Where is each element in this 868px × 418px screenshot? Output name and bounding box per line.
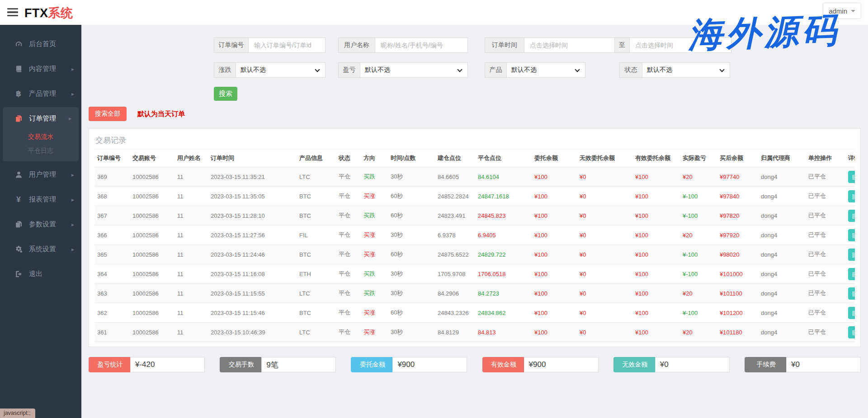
params-icon bbox=[14, 221, 24, 228]
time-to-input[interactable] bbox=[630, 38, 731, 53]
cell-open-point: 1705.9708 bbox=[435, 264, 475, 284]
cell-direction: 买跌 bbox=[361, 284, 388, 303]
list-icon: ▤ bbox=[852, 329, 855, 336]
cell-entrust-balance: ¥100 bbox=[532, 264, 577, 284]
cell-status: 平仓 bbox=[336, 284, 361, 303]
sidebar-item-logout[interactable]: 退出 bbox=[0, 262, 81, 286]
header: FTX系统 admin bbox=[0, 0, 868, 25]
detail-button[interactable]: ▤ bbox=[848, 190, 855, 202]
product-select-value: 默认不选 bbox=[511, 66, 537, 74]
search-all-button[interactable]: 搜索全部 bbox=[89, 107, 127, 121]
user-menu-button[interactable]: admin bbox=[823, 3, 861, 19]
menu-toggle-icon[interactable] bbox=[7, 8, 19, 17]
summary-value[interactable]: ¥0 bbox=[786, 357, 861, 372]
sidebar-item-content[interactable]: 内容管理▸ bbox=[0, 56, 81, 81]
summary-valid-amount: 有效金额¥900 bbox=[482, 357, 599, 372]
cell-order-id: 367 bbox=[94, 206, 130, 225]
table-row: 36610002586112023-03-15 11:27:56FIL平仓买涨3… bbox=[94, 225, 855, 245]
dashboard-icon bbox=[14, 40, 24, 48]
cell-valid-entrust: ¥100 bbox=[632, 206, 680, 225]
detail-button[interactable]: ▤ bbox=[848, 287, 855, 300]
cell-open-point: 24875.6522 bbox=[435, 245, 475, 264]
summary-entrust-amount: 委托金额¥900 bbox=[351, 357, 467, 372]
detail-button[interactable]: ▤ bbox=[848, 229, 855, 241]
product-select[interactable]: 默认不选 bbox=[507, 62, 585, 78]
cell-detail: ▤ bbox=[845, 187, 855, 206]
cell-duration: 60秒 bbox=[388, 303, 435, 323]
logo-text: FTX bbox=[24, 6, 48, 20]
sidebar-item-users[interactable]: 用户管理▸ bbox=[0, 162, 81, 187]
cell-order-time: 2023-03-15 11:15:46 bbox=[208, 303, 297, 323]
detail-button[interactable]: ▤ bbox=[848, 268, 855, 280]
cell-user-name: 11 bbox=[175, 225, 208, 245]
cell-account: 10002586 bbox=[130, 264, 175, 284]
cell-direction: 买涨 bbox=[361, 245, 388, 264]
cell-duration: 60秒 bbox=[388, 187, 435, 206]
column-header: 有效委托余额 bbox=[632, 150, 680, 167]
cell-balance-after: ¥101180 bbox=[717, 323, 758, 342]
cell-order-time: 2023-03-15 10:46:39 bbox=[208, 323, 297, 342]
status-select[interactable]: 默认不选 bbox=[642, 62, 730, 78]
cell-profit: ¥20 bbox=[680, 284, 717, 303]
cell-product: BTC bbox=[297, 206, 336, 225]
cell-invalid-entrust: ¥0 bbox=[577, 303, 632, 323]
detail-button[interactable]: ▤ bbox=[848, 307, 855, 319]
summary-label: 有效金额 bbox=[482, 357, 525, 372]
cell-status: 平仓 bbox=[336, 187, 361, 206]
summary-value[interactable]: ¥900 bbox=[392, 357, 467, 372]
detail-button[interactable]: ▤ bbox=[848, 171, 855, 183]
cell-profit: ¥-100 bbox=[680, 245, 717, 264]
cell-status: 平仓 bbox=[336, 303, 361, 323]
summary-value[interactable]: ¥0 bbox=[655, 357, 730, 372]
sidebar-item-system[interactable]: 系统设置▸ bbox=[0, 237, 81, 262]
user-name-input[interactable] bbox=[375, 38, 468, 53]
cell-account: 10002586 bbox=[130, 303, 175, 323]
cell-direction: 买跌 bbox=[361, 206, 388, 225]
cell-valid-entrust: ¥100 bbox=[632, 264, 680, 284]
cell-user-name: 11 bbox=[175, 206, 208, 225]
sidebar-item-reports[interactable]: ¥报表管理▸ bbox=[0, 187, 81, 212]
cell-account: 10002586 bbox=[130, 284, 175, 303]
time-from-input[interactable] bbox=[524, 38, 615, 53]
list-icon: ▤ bbox=[852, 270, 855, 277]
cell-entrust-balance: ¥100 bbox=[532, 187, 577, 206]
table-row: 36310002586112023-03-15 11:15:55LTC平仓买跌3… bbox=[94, 284, 855, 303]
cell-order-id: 362 bbox=[94, 303, 130, 323]
list-icon: ▤ bbox=[852, 173, 855, 180]
search-button[interactable]: 搜索 bbox=[214, 87, 237, 101]
cell-detail: ▤ bbox=[845, 323, 855, 342]
summary-value[interactable]: ¥900 bbox=[524, 357, 599, 372]
detail-button[interactable]: ▤ bbox=[848, 326, 855, 338]
table-row: 36810002586112023-03-15 11:35:05BTC平仓买涨6… bbox=[94, 187, 855, 206]
cell-balance-after: ¥101100 bbox=[717, 284, 758, 303]
sidebar-item-params[interactable]: 参数设置▸ bbox=[0, 212, 81, 237]
sidebar-item-orders[interactable]: 订单管理▸ bbox=[3, 107, 79, 130]
cell-order-id: 364 bbox=[94, 264, 130, 284]
cell-invalid-entrust: ¥0 bbox=[577, 323, 632, 342]
sidebar-subitem-trade-flow[interactable]: 交易流水 bbox=[3, 130, 79, 144]
column-header: 产品信息 bbox=[297, 150, 336, 167]
column-header: 买后余额 bbox=[717, 150, 758, 167]
cell-close-point: 84.813 bbox=[475, 323, 532, 342]
cell-close-point: 24845.823 bbox=[475, 206, 532, 225]
sidebar-subitem-close-log[interactable]: 平仓日志 bbox=[3, 144, 79, 158]
cell-agent: dong4 bbox=[758, 264, 806, 284]
sidebar-item-products[interactable]: ฿产品管理▸ bbox=[0, 81, 81, 106]
user-menu-label: admin bbox=[829, 7, 847, 15]
table-row: 36510002586112023-03-15 11:24:46BTC平仓买涨6… bbox=[94, 245, 855, 264]
sidebar-item-dashboard[interactable]: 后台首页 bbox=[0, 32, 81, 56]
order-no-input[interactable] bbox=[249, 38, 326, 53]
detail-button[interactable]: ▤ bbox=[848, 210, 855, 222]
updown-select[interactable]: 默认不选 bbox=[236, 62, 326, 78]
cell-balance-after: ¥98020 bbox=[717, 245, 758, 264]
detail-button[interactable]: ▤ bbox=[848, 249, 855, 261]
summary-value[interactable]: ¥-420 bbox=[130, 357, 205, 372]
profit-select[interactable]: 默认不选 bbox=[360, 62, 468, 78]
cell-order-id: 368 bbox=[94, 187, 130, 206]
cell-account: 10002586 bbox=[130, 167, 175, 187]
cell-account: 10002586 bbox=[130, 206, 175, 225]
status-select-value: 默认不选 bbox=[647, 66, 672, 74]
summary-value[interactable]: 9笔 bbox=[261, 357, 336, 372]
cell-balance-after: ¥97820 bbox=[717, 206, 758, 225]
cell-valid-entrust: ¥100 bbox=[632, 245, 680, 264]
